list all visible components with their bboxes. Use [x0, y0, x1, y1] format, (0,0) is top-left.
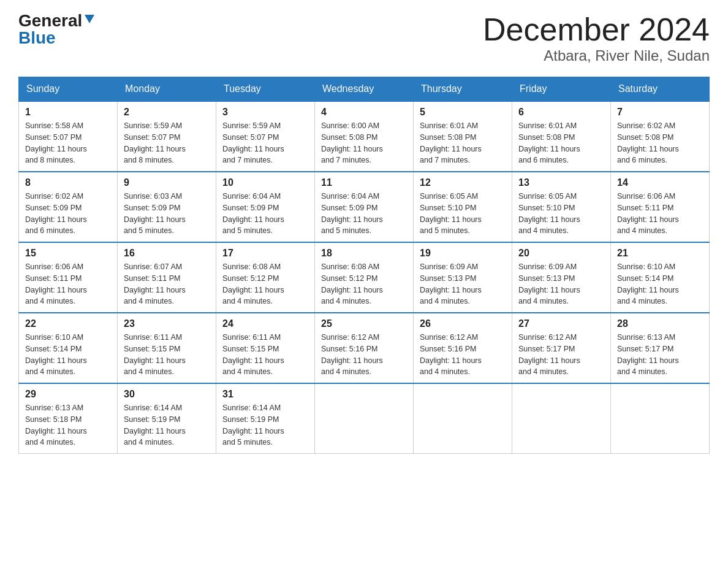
day-number: 1 — [25, 107, 111, 118]
day-number: 24 — [222, 318, 308, 329]
day-info: Sunrise: 5:59 AMSunset: 5:07 PMDaylight:… — [222, 120, 308, 166]
calendar-cell: 6Sunrise: 6:01 AMSunset: 5:08 PMDaylight… — [512, 101, 611, 172]
calendar-cell: 13Sunrise: 6:05 AMSunset: 5:10 PMDayligh… — [512, 172, 611, 242]
day-info: Sunrise: 6:12 AMSunset: 5:16 PMDaylight:… — [321, 332, 407, 378]
calendar-cell: 23Sunrise: 6:11 AMSunset: 5:15 PMDayligh… — [118, 313, 216, 383]
day-number: 26 — [420, 318, 506, 329]
calendar-cell: 27Sunrise: 6:12 AMSunset: 5:17 PMDayligh… — [512, 313, 611, 383]
day-info: Sunrise: 5:59 AMSunset: 5:07 PMDaylight:… — [124, 120, 210, 166]
day-info: Sunrise: 6:14 AMSunset: 5:19 PMDaylight:… — [124, 402, 210, 448]
logo-triangle-icon — [85, 15, 94, 26]
weekday-header-friday: Friday — [512, 77, 611, 102]
day-number: 23 — [124, 318, 210, 329]
day-number: 14 — [617, 177, 703, 188]
weekday-header-tuesday: Tuesday — [216, 77, 315, 102]
calendar-cell: 12Sunrise: 6:05 AMSunset: 5:10 PMDayligh… — [414, 172, 512, 242]
day-info: Sunrise: 6:13 AMSunset: 5:18 PMDaylight:… — [25, 402, 111, 448]
day-number: 2 — [124, 107, 210, 118]
day-info: Sunrise: 6:06 AMSunset: 5:11 PMDaylight:… — [25, 261, 111, 307]
day-info: Sunrise: 6:07 AMSunset: 5:11 PMDaylight:… — [124, 261, 210, 307]
day-info: Sunrise: 6:10 AMSunset: 5:14 PMDaylight:… — [25, 332, 111, 378]
day-info: Sunrise: 6:09 AMSunset: 5:13 PMDaylight:… — [420, 261, 506, 307]
day-number: 10 — [222, 177, 308, 188]
location-subtitle: Atbara, River Nile, Sudan — [483, 47, 710, 64]
day-number: 9 — [124, 177, 210, 188]
week-row-3: 15Sunrise: 6:06 AMSunset: 5:11 PMDayligh… — [19, 242, 710, 313]
calendar-cell: 9Sunrise: 6:03 AMSunset: 5:09 PMDaylight… — [118, 172, 216, 242]
day-info: Sunrise: 6:00 AMSunset: 5:08 PMDaylight:… — [321, 120, 407, 166]
day-number: 18 — [321, 248, 407, 259]
calendar-cell: 2Sunrise: 5:59 AMSunset: 5:07 PMDaylight… — [118, 101, 216, 172]
calendar-cell — [315, 383, 414, 454]
calendar-cell: 26Sunrise: 6:12 AMSunset: 5:16 PMDayligh… — [414, 313, 512, 383]
calendar-cell: 3Sunrise: 5:59 AMSunset: 5:07 PMDaylight… — [216, 101, 315, 172]
day-number: 11 — [321, 177, 407, 188]
day-info: Sunrise: 6:10 AMSunset: 5:14 PMDaylight:… — [617, 261, 703, 307]
day-info: Sunrise: 6:05 AMSunset: 5:10 PMDaylight:… — [420, 191, 506, 237]
week-row-4: 22Sunrise: 6:10 AMSunset: 5:14 PMDayligh… — [19, 313, 710, 383]
day-number: 4 — [321, 107, 407, 118]
day-info: Sunrise: 6:11 AMSunset: 5:15 PMDaylight:… — [222, 332, 308, 378]
logo-blue: Blue — [18, 28, 56, 47]
calendar-cell — [414, 383, 512, 454]
weekday-header-row: SundayMondayTuesdayWednesdayThursdayFrid… — [19, 77, 710, 102]
day-number: 20 — [518, 248, 604, 259]
logo: General Blue — [18, 12, 94, 47]
day-number: 5 — [420, 107, 506, 118]
day-info: Sunrise: 6:09 AMSunset: 5:13 PMDaylight:… — [518, 261, 604, 307]
day-info: Sunrise: 6:12 AMSunset: 5:16 PMDaylight:… — [420, 332, 506, 378]
calendar-cell: 16Sunrise: 6:07 AMSunset: 5:11 PMDayligh… — [118, 242, 216, 313]
day-number: 16 — [124, 248, 210, 259]
svg-marker-0 — [85, 15, 94, 23]
calendar-cell: 30Sunrise: 6:14 AMSunset: 5:19 PMDayligh… — [118, 383, 216, 454]
week-row-2: 8Sunrise: 6:02 AMSunset: 5:09 PMDaylight… — [19, 172, 710, 242]
day-number: 30 — [124, 389, 210, 400]
day-number: 22 — [25, 318, 111, 329]
day-number: 27 — [518, 318, 604, 329]
calendar-cell: 15Sunrise: 6:06 AMSunset: 5:11 PMDayligh… — [19, 242, 118, 313]
day-info: Sunrise: 6:14 AMSunset: 5:19 PMDaylight:… — [222, 402, 308, 448]
calendar-cell: 7Sunrise: 6:02 AMSunset: 5:08 PMDaylight… — [611, 101, 710, 172]
calendar-cell: 21Sunrise: 6:10 AMSunset: 5:14 PMDayligh… — [611, 242, 710, 313]
day-number: 12 — [420, 177, 506, 188]
calendar-cell: 10Sunrise: 6:04 AMSunset: 5:09 PMDayligh… — [216, 172, 315, 242]
day-info: Sunrise: 6:03 AMSunset: 5:09 PMDaylight:… — [124, 191, 210, 237]
day-number: 6 — [518, 107, 604, 118]
day-info: Sunrise: 6:08 AMSunset: 5:12 PMDaylight:… — [222, 261, 308, 307]
day-info: Sunrise: 6:02 AMSunset: 5:09 PMDaylight:… — [25, 191, 111, 237]
calendar-cell: 4Sunrise: 6:00 AMSunset: 5:08 PMDaylight… — [315, 101, 414, 172]
calendar-cell: 31Sunrise: 6:14 AMSunset: 5:19 PMDayligh… — [216, 383, 315, 454]
day-number: 15 — [25, 248, 111, 259]
day-info: Sunrise: 6:12 AMSunset: 5:17 PMDaylight:… — [518, 332, 604, 378]
day-number: 7 — [617, 107, 703, 118]
day-info: Sunrise: 6:04 AMSunset: 5:09 PMDaylight:… — [222, 191, 308, 237]
title-block: December 2024 Atbara, River Nile, Sudan — [483, 12, 710, 64]
calendar-cell: 20Sunrise: 6:09 AMSunset: 5:13 PMDayligh… — [512, 242, 611, 313]
week-row-1: 1Sunrise: 5:58 AMSunset: 5:07 PMDaylight… — [19, 101, 710, 172]
day-info: Sunrise: 6:05 AMSunset: 5:10 PMDaylight:… — [518, 191, 604, 237]
day-number: 21 — [617, 248, 703, 259]
day-number: 17 — [222, 248, 308, 259]
calendar-cell: 8Sunrise: 6:02 AMSunset: 5:09 PMDaylight… — [19, 172, 118, 242]
calendar-cell: 1Sunrise: 5:58 AMSunset: 5:07 PMDaylight… — [19, 101, 118, 172]
day-number: 28 — [617, 318, 703, 329]
weekday-header-sunday: Sunday — [19, 77, 118, 102]
calendar-cell: 19Sunrise: 6:09 AMSunset: 5:13 PMDayligh… — [414, 242, 512, 313]
day-number: 19 — [420, 248, 506, 259]
calendar-cell: 18Sunrise: 6:08 AMSunset: 5:12 PMDayligh… — [315, 242, 414, 313]
calendar-table: SundayMondayTuesdayWednesdayThursdayFrid… — [18, 77, 710, 454]
day-number: 13 — [518, 177, 604, 188]
day-number: 3 — [222, 107, 308, 118]
day-info: Sunrise: 6:13 AMSunset: 5:17 PMDaylight:… — [617, 332, 703, 378]
day-info: Sunrise: 6:04 AMSunset: 5:09 PMDaylight:… — [321, 191, 407, 237]
calendar-cell — [512, 383, 611, 454]
day-info: Sunrise: 6:11 AMSunset: 5:15 PMDaylight:… — [124, 332, 210, 378]
weekday-header-saturday: Saturday — [611, 77, 710, 102]
page-header: General Blue December 2024 Atbara, River… — [18, 12, 710, 64]
weekday-header-monday: Monday — [118, 77, 216, 102]
day-info: Sunrise: 6:01 AMSunset: 5:08 PMDaylight:… — [518, 120, 604, 166]
weekday-header-thursday: Thursday — [414, 77, 512, 102]
calendar-cell: 14Sunrise: 6:06 AMSunset: 5:11 PMDayligh… — [611, 172, 710, 242]
week-row-5: 29Sunrise: 6:13 AMSunset: 5:18 PMDayligh… — [19, 383, 710, 454]
day-number: 31 — [222, 389, 308, 400]
